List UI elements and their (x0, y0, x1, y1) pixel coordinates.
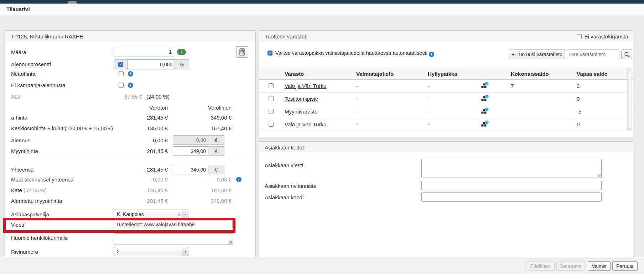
stock-inquiry-icon[interactable]: ? (480, 82, 489, 91)
cell-hyllypaikka: - (428, 96, 430, 102)
next-button[interactable]: Seuraava (556, 261, 585, 271)
no-campaign-info-icon[interactable]: i (128, 83, 133, 88)
order-line-panel-header: TP125, Kristallikruunu RAAHE (5, 31, 255, 42)
stock-search-input[interactable] (567, 49, 619, 59)
table-scrollbar[interactable]: ▲ ▼ (627, 68, 632, 131)
resize-handle[interactable] (598, 174, 601, 178)
discount-input[interactable] (173, 135, 208, 145)
row-checkbox[interactable]: ✓ (269, 109, 274, 114)
quantity-row: Määrä 2 (5, 47, 255, 58)
header-vapaa-saldo: Vapaa saldo (577, 71, 608, 77)
total-row: Yhteensä 281,45 € € (5, 165, 255, 175)
net-price-label: Nettohinta (11, 71, 35, 77)
stock-inquiry-icon[interactable]: ? (480, 107, 489, 116)
staff-note-textarea[interactable] (114, 233, 233, 244)
cell-hyllypaikka: - (428, 109, 430, 115)
dialog-title: Tilausrivi (6, 6, 30, 12)
total-label: Yhteensä (11, 167, 33, 173)
discount-percent-checkbox[interactable]: ✓ (118, 62, 123, 67)
margin-row: Kate (52,03 %) 146,45 € 181,60 € (5, 187, 255, 194)
warehouse-toolbar: ✓ Valitse varastopaikka valmistajatiedol… (259, 46, 633, 60)
svg-text:?: ? (486, 82, 488, 85)
discount-percent-input[interactable] (127, 59, 175, 69)
staff-note-row: Huomio henkilökunnalle (5, 233, 255, 245)
discounted-price-gross: 349,00 € (189, 198, 232, 204)
table-row: ✓ Myyntivarasto - - ? -5 (259, 105, 633, 118)
unit-price-net: 281,45 € (125, 115, 168, 121)
stock-search-button[interactable] (621, 49, 632, 59)
row-checkbox[interactable]: ✓ (269, 83, 274, 88)
row-checkbox[interactable]: ✓ (269, 96, 274, 101)
total-input-group: € (173, 165, 224, 174)
customer-info-header: Asiakkaan tiedot (259, 142, 633, 153)
warehouses-title: Tuotteen varastot (265, 33, 306, 39)
cell-valmistajatieto: - (356, 109, 358, 115)
customer-code-input[interactable] (421, 192, 602, 202)
sale-price-row: Myyntihinta 281,45 € € (5, 147, 255, 157)
message-label: Viesti (11, 222, 24, 228)
total-input[interactable] (173, 165, 208, 174)
stock-inquiry-icon[interactable]: ? (480, 95, 489, 104)
margin-net: 146,45 € (125, 187, 168, 193)
warehouse-link[interactable]: Myyntivarasto (285, 109, 318, 115)
sale-price-input-group: € (173, 146, 224, 156)
customer-line-id-input[interactable] (421, 181, 602, 190)
salesperson-select[interactable]: K. Kauppias × ▼ (114, 210, 189, 219)
unit-price-label: à-hinta (11, 115, 27, 121)
no-campaign-checkbox[interactable]: ✓ (119, 83, 124, 88)
warehouse-link[interactable]: Valo ja Väri Turku (285, 121, 326, 127)
calculator-icon (239, 48, 246, 56)
window-top-bar (0, 0, 644, 4)
cell-hyllypaikka: - (428, 83, 430, 89)
discounted-price-label: Alennettu myyntihinta (11, 198, 62, 204)
row-checkbox[interactable]: ✓ (269, 122, 274, 127)
quantity-input[interactable] (114, 47, 174, 57)
done-button[interactable]: Valmis (588, 261, 611, 271)
other-discounts-row: Muut alennukset yhteensä 0,00 € 0,00 € i (5, 176, 255, 184)
scroll-down-icon[interactable]: ▼ (628, 128, 631, 130)
warehouse-table-header: Varasto Valmistajatieto Hyllypaikka Koko… (259, 68, 633, 80)
product-title: TP125, Kristallikruunu RAAHE (11, 33, 83, 39)
cell-valmistajatieto: - (356, 83, 358, 89)
next-label: Seuraava (560, 263, 581, 269)
table-row: ✓ Testitoimipiste - - ? 0 (259, 93, 633, 105)
line-number-value: 2 (114, 249, 182, 254)
vat-label: ALV (11, 94, 21, 100)
tilausrivi-dialog: Tilausrivi TP125, Kristallikruunu RAAHE … (0, 0, 644, 274)
auto-select-checkbox[interactable]: ✓ (268, 51, 272, 56)
no-stock-entry-checkbox[interactable]: ✓ (577, 34, 582, 39)
stock-inquiry-icon[interactable]: ? (480, 120, 489, 129)
svg-text:?: ? (486, 108, 488, 111)
create-stock-record-button[interactable]: + Luo uusi varastotieto (509, 49, 565, 59)
net-price-checkbox[interactable]: ✓ (119, 71, 124, 76)
calculator-button[interactable] (236, 46, 248, 58)
warehouse-link[interactable]: Valo ja Väri Turku (285, 83, 326, 89)
customer-message-textarea[interactable] (421, 159, 602, 178)
create-stock-record-label: Luo uusi varastotieto (516, 52, 562, 57)
avg-cost-label: Keskiostohinta + kulut (120,00 € + 15,00… (11, 125, 113, 131)
header-valmistajatieto: Valmistajatieto (356, 71, 394, 77)
net-price-info-icon[interactable]: i (128, 71, 133, 77)
message-input[interactable] (114, 220, 233, 229)
clear-icon[interactable]: × (176, 212, 182, 217)
resize-handle[interactable] (229, 241, 233, 244)
line-number-select[interactable]: 2 ▼ (114, 247, 189, 256)
svg-text:?: ? (486, 95, 488, 98)
cell-kokonaissaldo: 7 (511, 83, 514, 89)
salesperson-label: Asiakaspalvelija (11, 211, 49, 217)
cancel-button[interactable]: Peruuta (612, 261, 638, 271)
chevron-down-icon[interactable]: ▼ (182, 247, 189, 256)
discount-percent-label: Alennusprosentti (11, 61, 51, 67)
scroll-up-icon[interactable]: ▲ (628, 68, 631, 71)
auto-select-info-icon[interactable]: i (429, 52, 434, 57)
chevron-down-icon[interactable]: ▼ (182, 210, 189, 218)
check-icon: ✓ (268, 51, 271, 55)
unit-price-gross: 349,00 € (189, 115, 232, 121)
warehouse-link[interactable]: Testitoimipiste (285, 96, 318, 102)
previous-button[interactable]: Edellinen (526, 261, 555, 271)
cell-vapaa-saldo: 0 (577, 96, 580, 102)
other-discounts-info-icon[interactable]: i (236, 177, 242, 182)
customer-info-panel: Asiakkaan tiedot Asiakkaan viesti Asiakk… (259, 141, 633, 263)
quantity-label: Määrä (11, 49, 26, 55)
sale-price-input[interactable] (173, 146, 208, 156)
